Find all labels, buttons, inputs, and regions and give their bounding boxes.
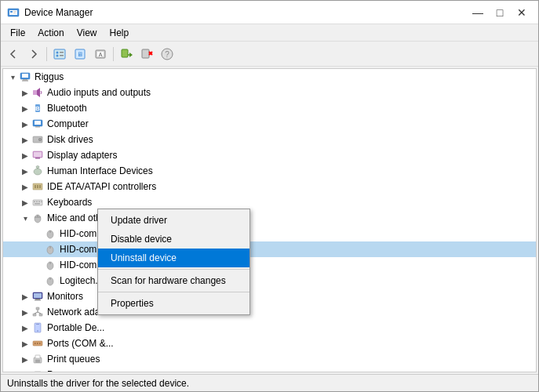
maximize-button[interactable]: □ xyxy=(490,5,510,20)
svg-rect-45 xyxy=(37,185,38,188)
update-driver-button[interactable]: 🖥 xyxy=(71,45,89,64)
hid-com1-icon xyxy=(44,243,56,256)
computer-icon xyxy=(19,71,31,83)
tree-item-network[interactable]: ▶ Network ada... xyxy=(3,304,536,320)
tree-item-processors[interactable]: ▶ Processors xyxy=(3,367,536,372)
tree-item-mice[interactable]: ▾ Mice and other pointing devices xyxy=(3,210,536,226)
device-tree[interactable]: ▾ Riggus ▶ xyxy=(2,68,537,372)
expand-icon-ide: ▶ xyxy=(19,180,31,193)
svg-rect-84 xyxy=(35,361,40,362)
tree-item-hid-com2[interactable]: ▶ HID-com... xyxy=(3,257,536,273)
display-label: Display adapters xyxy=(47,150,117,161)
svg-rect-47 xyxy=(33,200,42,205)
expand-icon-processors: ▶ xyxy=(19,368,31,372)
svg-rect-68 xyxy=(36,307,39,310)
toolbar-sep-1 xyxy=(46,47,47,61)
tree-item-ide[interactable]: ▶ IDE ATA/ATAPI controllers xyxy=(3,179,536,194)
expand-icon-root: ▾ xyxy=(6,71,19,83)
expand-icon-computer: ▶ xyxy=(19,118,31,130)
title-bar: Device Manager — □ ✕ xyxy=(1,1,538,24)
tree-item-display[interactable]: ▶ Display adapters xyxy=(3,147,536,163)
svg-rect-82 xyxy=(35,355,40,358)
show-hidden-button[interactable]: A xyxy=(91,45,110,64)
svg-rect-18 xyxy=(142,49,149,58)
svg-marker-28 xyxy=(37,88,40,97)
tree-item-bluetooth[interactable]: ▶ B Bluetooth xyxy=(3,100,536,116)
uninstall-button[interactable] xyxy=(137,45,156,64)
ide-icon xyxy=(31,180,44,193)
print-label: Print queues xyxy=(47,354,100,365)
svg-rect-33 xyxy=(35,126,40,128)
audio-icon xyxy=(31,86,44,99)
svg-rect-66 xyxy=(35,299,40,300)
menu-help[interactable]: Help xyxy=(104,26,136,40)
tree-item-hid-com1[interactable]: ▶ HID-com... xyxy=(3,241,536,257)
tree-item-logitech[interactable]: ▶ Logitech... xyxy=(3,273,536,289)
tree-item-keyboards[interactable]: ▶ Keyboards xyxy=(3,194,536,210)
back-button[interactable] xyxy=(4,45,23,64)
tree-root[interactable]: ▾ Riggus xyxy=(3,69,536,85)
hid-icon xyxy=(31,165,44,177)
menu-view[interactable]: View xyxy=(71,26,104,40)
portable-icon xyxy=(31,321,44,334)
svg-point-36 xyxy=(39,139,41,140)
tree-item-audio[interactable]: ▶ Audio inputs and outputs xyxy=(3,85,536,100)
ctx-disable-device[interactable]: Disable device xyxy=(98,230,249,249)
title-controls: — □ ✕ xyxy=(468,5,532,20)
svg-rect-24 xyxy=(22,74,28,78)
root-label: Riggus xyxy=(35,71,64,82)
svg-rect-39 xyxy=(35,158,40,159)
svg-rect-32 xyxy=(35,121,41,125)
help-button[interactable]: ? xyxy=(158,45,177,64)
svg-rect-2 xyxy=(10,11,13,13)
menu-bar: File Action View Help xyxy=(1,24,538,42)
expand-icon-hid: ▶ xyxy=(19,165,31,177)
ctx-scan-hardware[interactable]: Scan for hardware changes xyxy=(98,271,249,290)
ctx-properties[interactable]: Properties xyxy=(98,294,249,313)
computer-device-icon xyxy=(31,118,44,130)
toolbar-sep-2 xyxy=(113,47,114,61)
bluetooth-icon: B xyxy=(31,102,44,114)
tree-item-hid[interactable]: ▶ Human Interface Devices xyxy=(3,163,536,179)
scan-hardware-button[interactable] xyxy=(117,45,136,64)
ctx-uninstall-device[interactable]: Uninstall device xyxy=(98,249,249,267)
svg-rect-3 xyxy=(13,11,16,12)
svg-text:A: A xyxy=(99,52,103,57)
expand-icon-audio: ▶ xyxy=(19,86,31,99)
ports-label: Ports (COM &... xyxy=(47,338,114,349)
forward-button[interactable] xyxy=(24,45,43,64)
menu-action[interactable]: Action xyxy=(31,26,70,40)
menu-file[interactable]: File xyxy=(4,26,31,40)
svg-point-76 xyxy=(37,330,38,332)
toolbar: 🖥 A xyxy=(1,42,538,67)
properties-button[interactable] xyxy=(50,45,69,64)
svg-rect-49 xyxy=(36,201,38,203)
window-title: Device Manager xyxy=(24,7,93,18)
ctx-update-driver[interactable]: Update driver xyxy=(98,211,249,230)
tree-item-ports[interactable]: ▶ Ports (COM &... xyxy=(3,336,536,351)
svg-point-7 xyxy=(56,54,59,56)
tree-item-computer[interactable]: ▶ Computer xyxy=(3,116,536,132)
svg-point-6 xyxy=(56,51,59,53)
svg-rect-65 xyxy=(34,293,42,298)
close-button[interactable]: ✕ xyxy=(512,5,532,20)
ctx-sep-1 xyxy=(98,269,249,270)
svg-rect-44 xyxy=(35,185,36,188)
tree-item-disk[interactable]: ▶ Disk drives xyxy=(3,132,536,147)
bluetooth-label: Bluetooth xyxy=(47,103,87,114)
svg-rect-67 xyxy=(35,300,41,301)
tree-item-monitors[interactable]: ▶ Monitors xyxy=(3,289,536,304)
tree-item-print[interactable]: ▶ Print queues xyxy=(3,351,536,367)
minimize-button[interactable]: — xyxy=(468,5,488,20)
tree-item-portable[interactable]: ▶ Portable De... xyxy=(3,320,536,336)
tree-item-hid-mouse[interactable]: ▶ HID-compliant mouse xyxy=(3,226,536,241)
svg-line-73 xyxy=(38,312,41,314)
svg-text:B: B xyxy=(35,105,40,112)
portable-label: Portable De... xyxy=(47,322,104,333)
print-icon xyxy=(31,353,44,365)
expand-icon-mice: ▾ xyxy=(19,212,31,224)
processors-label: Processors xyxy=(47,369,94,372)
svg-text:🖥: 🖥 xyxy=(77,51,83,58)
svg-rect-79 xyxy=(37,343,38,344)
device-manager-window: Device Manager — □ ✕ File Action View He… xyxy=(0,0,539,392)
